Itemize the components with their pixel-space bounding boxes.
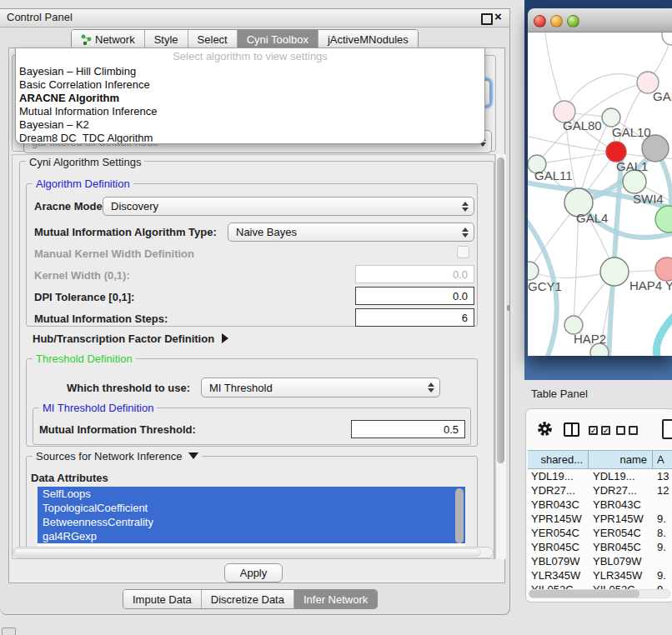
- column-view-icon[interactable]: [564, 422, 579, 437]
- tab-cyni-toolbox[interactable]: Cyni Toolbox: [237, 30, 318, 48]
- dropdown-placeholder: Select algorithm to view settings: [16, 48, 484, 65]
- table-cell: YBR043C: [528, 498, 589, 512]
- table-row[interactable]: YDL19...YDL19...13: [528, 469, 672, 483]
- node-label: HAP4: [629, 278, 662, 292]
- column-header[interactable]: name: [589, 451, 653, 468]
- table-row[interactable]: YER054CYER054C8.: [528, 526, 672, 540]
- table-cell: 9.: [653, 568, 672, 582]
- close-traffic-light-icon[interactable]: [534, 15, 546, 28]
- kernel-width-label: Kernel Width (0,1):: [34, 269, 130, 282]
- attribute-item[interactable]: TopologicalCoefficient: [38, 501, 465, 515]
- select-all-checkboxes-icon[interactable]: ✓✓: [589, 426, 610, 435]
- kernel-width-field[interactable]: 0.0: [355, 265, 474, 283]
- table-row[interactable]: YBR045CYBR045C9.: [528, 540, 672, 554]
- dropdown-item[interactable]: Dream8 DC_TDC Algorithm: [16, 132, 484, 144]
- table-rows[interactable]: YDL19...YDL19...13YDR27...YDR27...12YBR0…: [528, 469, 672, 589]
- tab-jactivemnodules[interactable]: jActiveMNodules: [318, 30, 418, 48]
- network-node[interactable]: [528, 262, 539, 280]
- node-label: GAL11: [534, 168, 573, 182]
- aracne-mode-combo[interactable]: Discovery: [103, 197, 474, 216]
- deselect-all-checkboxes-icon[interactable]: [616, 426, 638, 435]
- node-label: GAL4: [576, 211, 608, 225]
- table-row[interactable]: YDR27...YDR27...12: [528, 483, 672, 498]
- mi-steps-field[interactable]: 6: [355, 308, 474, 327]
- minimize-traffic-light-icon[interactable]: [550, 15, 563, 28]
- table-cell: [653, 498, 672, 512]
- table-cell: YPR145W: [589, 512, 653, 526]
- mi-threshold-field[interactable]: 0.5: [351, 420, 465, 438]
- table-cell: YBR043C: [589, 498, 653, 512]
- column-header[interactable]: A: [653, 451, 672, 468]
- table-row[interactable]: YBR043CYBR043C: [528, 498, 672, 512]
- dropdown-item[interactable]: Bayesian – K2: [16, 118, 484, 132]
- attribute-item[interactable]: SelfLoops: [38, 487, 465, 501]
- close-icon[interactable]: ×: [494, 9, 502, 23]
- manual-kernel-checkbox[interactable]: [457, 246, 469, 258]
- table-header[interactable]: shared...nameA: [528, 450, 672, 469]
- table-cell: YLR345W: [589, 568, 653, 582]
- data-attributes-list[interactable]: SelfLoopsTopologicalCoefficientBetweenne…: [38, 487, 465, 548]
- mi-threshold-label: Mutual Information Threshold:: [39, 423, 196, 436]
- aracne-mode-label: Aracne Mode:: [34, 200, 106, 212]
- float-window-icon[interactable]: [481, 13, 493, 25]
- expand-right-icon: [222, 333, 228, 343]
- tab-discretize-data[interactable]: Discretize Data: [201, 590, 293, 608]
- table-horizontal-scrollbar-thumb[interactable]: [529, 590, 639, 598]
- dropdown-item[interactable]: Mutual Information Inference: [16, 105, 484, 118]
- attribute-item[interactable]: BetweennessCentrality: [38, 515, 465, 529]
- mi-type-combo[interactable]: Naive Bayes: [228, 222, 474, 242]
- network-node[interactable]: [655, 206, 672, 232]
- network-node[interactable]: [623, 170, 646, 193]
- network-canvas[interactable]: GAL7GAL80GAL10GAL11GAL1SWI4GAL4GCY1HAP4Y…: [528, 32, 672, 356]
- tab-select[interactable]: Select: [188, 30, 237, 48]
- tab-style[interactable]: Style: [144, 30, 188, 48]
- network-edge: [564, 74, 648, 112]
- document-icon[interactable]: [662, 419, 672, 439]
- column-header[interactable]: shared...: [528, 451, 589, 468]
- panel-title: Control Panel: [7, 11, 73, 23]
- dropdown-item[interactable]: Basic Correlation Inference: [16, 78, 484, 92]
- table-row[interactable]: YPR145WYPR145W9.: [528, 512, 672, 526]
- panel-splitter-handle[interactable]: [507, 305, 510, 311]
- tab-label: Impute Data: [133, 593, 192, 606]
- network-window-titlebar[interactable]: [528, 8, 672, 32]
- table-cell: YDL19...: [528, 469, 589, 483]
- table-row[interactable]: YLR345WYLR345W9.: [528, 568, 672, 582]
- network-node[interactable]: [600, 258, 629, 286]
- network-node[interactable]: [662, 32, 672, 45]
- zoom-traffic-light-icon[interactable]: [567, 15, 579, 28]
- tab-network[interactable]: Network: [72, 30, 144, 48]
- table-cell: YER054C: [589, 526, 653, 540]
- dropdown-item[interactable]: Bayesian – Hill Climbing: [16, 65, 484, 78]
- attributes-scrollbar[interactable]: [455, 488, 464, 543]
- node-label: HAP2: [574, 332, 606, 346]
- settings-vertical-scrollbar-thumb[interactable]: [497, 158, 504, 463]
- table-cell: YBR045C: [589, 540, 653, 554]
- node-label: GAL1: [616, 159, 648, 173]
- dock-panel-button[interactable]: [2, 628, 16, 635]
- dpi-tolerance-field[interactable]: 0.0: [355, 287, 474, 305]
- apply-button[interactable]: Apply: [224, 563, 283, 582]
- collapse-down-icon: [188, 452, 198, 459]
- algorithm-dropdown-popup: Select algorithm to view settings Bayesi…: [15, 48, 485, 144]
- table-row[interactable]: YIL052CYIL052C9.: [528, 582, 672, 589]
- network-node[interactable]: [602, 108, 620, 127]
- network-node[interactable]: [655, 258, 672, 281]
- tab-infer-network[interactable]: Infer Network: [293, 590, 377, 608]
- sources-toggle[interactable]: Sources for Network Inference: [33, 450, 202, 462]
- tab-label: Discretize Data: [211, 593, 284, 606]
- settings-horizontal-scrollbar-thumb[interactable]: [14, 548, 481, 557]
- which-threshold-value: MI Threshold: [209, 382, 273, 394]
- table-row[interactable]: YBL079WYBL079W: [528, 554, 672, 568]
- control-panel-tabs: NetworkStyleSelectCyni ToolboxjActiveMNo…: [71, 29, 419, 49]
- which-threshold-combo[interactable]: MI Threshold: [201, 378, 440, 398]
- tab-label: Style: [154, 33, 178, 46]
- attribute-item[interactable]: gal4RGexp: [38, 529, 465, 543]
- gear-icon[interactable]: [537, 421, 553, 437]
- which-threshold-label: Which threshold to use:: [67, 382, 190, 394]
- table-cell: 12: [653, 483, 672, 498]
- control-panel-titlebar[interactable]: [0, 9, 509, 28]
- hub-definition-toggle[interactable]: Hub/Transcription Factor Definition: [33, 332, 228, 345]
- tab-impute-data[interactable]: Impute Data: [123, 590, 201, 608]
- dropdown-item[interactable]: ARACNE Algorithm: [16, 92, 484, 105]
